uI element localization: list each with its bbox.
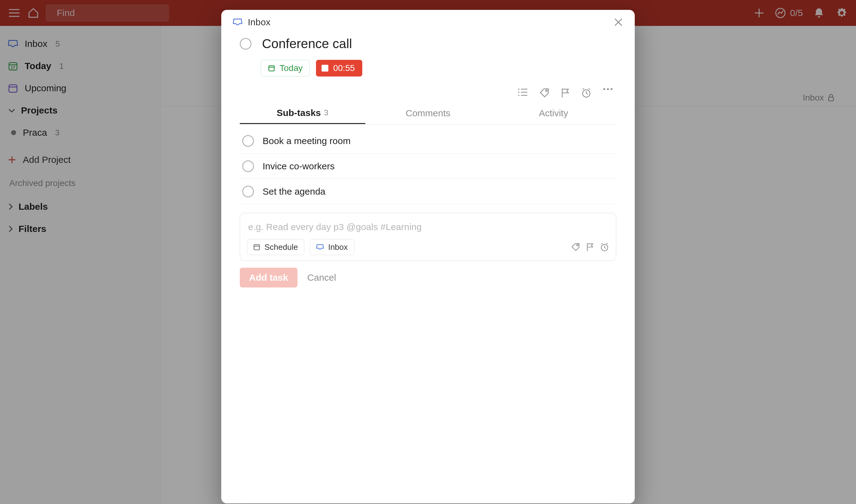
modal-overlay[interactable]: Inbox Conference call Today 00:55 [0,0,856,504]
tag-icon [539,88,550,98]
dots-icon [603,88,613,91]
new-subtask-priority-action[interactable] [586,242,594,252]
subtasks-action[interactable] [517,88,528,98]
task-title[interactable]: Conference call [262,36,352,51]
new-subtask-input[interactable] [247,219,609,235]
new-subtask-label-action[interactable] [571,242,580,252]
pill-label: Schedule [265,242,298,252]
schedule-label: Today [280,63,303,73]
task-detail-modal: Inbox Conference call Today 00:55 [221,10,635,503]
alarm-icon [600,242,609,252]
close-icon [614,18,623,27]
task-tabs: Sub-tasks 3 Comments Activity [240,103,616,125]
inbox-icon [316,244,324,250]
calendar-icon [268,65,275,72]
new-subtask-schedule-pill[interactable]: Schedule [247,239,304,255]
svg-line-45 [605,248,606,249]
priority-action[interactable] [561,88,570,98]
task-main: Conference call Today 00:55 [221,35,635,125]
svg-point-27 [518,95,519,96]
cancel-button[interactable]: Cancel [305,272,338,283]
subtask-complete-checkbox[interactable] [242,135,254,147]
subtask-title: Set the agenda [263,186,325,197]
new-subtask-project-pill[interactable]: Inbox [310,239,354,255]
svg-point-25 [518,92,519,93]
subtask-row[interactable]: Invice co-workers [240,154,616,179]
modal-header: Inbox [221,10,635,35]
tab-subtasks[interactable]: Sub-tasks 3 [240,103,365,124]
schedule-chip[interactable]: Today [261,60,310,76]
svg-line-46 [601,244,602,244]
subtask-complete-checkbox[interactable] [242,186,254,197]
subtask-row[interactable]: Set the agenda [240,179,616,204]
modal-location-label[interactable]: Inbox [248,17,270,28]
new-subtask-actions: Add task Cancel [240,268,616,287]
label-action[interactable] [539,88,550,98]
alarm-icon [581,88,591,98]
tab-activity[interactable]: Activity [491,103,616,124]
timer-chip[interactable]: 00:55 [316,60,362,76]
svg-rect-21 [269,66,274,71]
calendar-icon [253,244,260,250]
new-subtask-editor: Schedule Inbox [240,213,616,261]
add-task-button[interactable]: Add task [240,268,298,287]
svg-point-41 [577,245,578,246]
pill-label: Inbox [328,242,348,252]
tab-count: 3 [324,108,328,118]
tab-label: Sub-tasks [277,108,321,118]
inbox-icon [233,18,242,26]
reminder-action[interactable] [581,88,591,98]
subtask-row[interactable]: Book a meeting room [240,128,616,154]
tab-label: Comments [406,108,450,119]
more-action[interactable] [603,88,613,98]
tab-comments[interactable]: Comments [365,103,491,124]
task-complete-checkbox[interactable] [240,38,251,50]
stop-icon [322,65,328,72]
list-icon [517,88,528,97]
close-button[interactable] [614,18,623,27]
subtask-title: Invice co-workers [263,161,335,172]
task-actions-row [240,88,616,98]
svg-line-35 [588,89,590,89]
svg-line-47 [606,244,608,244]
svg-rect-39 [254,245,260,250]
svg-point-29 [546,90,548,92]
timer-value: 00:55 [333,63,355,73]
svg-line-33 [586,93,588,94]
svg-point-37 [607,88,609,90]
flag-icon [561,88,570,98]
flag-icon [586,242,594,252]
svg-line-34 [583,89,584,89]
svg-point-23 [518,89,519,90]
tab-label: Activity [539,108,568,119]
subtask-title: Book a meeting room [263,136,351,146]
new-subtask-reminder-action[interactable] [600,242,609,252]
subtasks-list: Book a meeting room Invice co-workers Se… [221,125,635,204]
svg-point-36 [603,88,605,90]
svg-point-38 [611,88,612,90]
tag-icon [571,242,580,252]
subtask-complete-checkbox[interactable] [242,160,254,172]
